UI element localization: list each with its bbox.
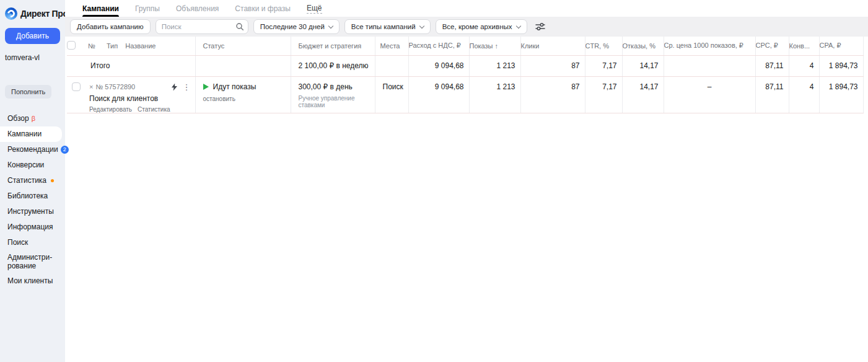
sidebar-item-campaigns[interactable]: Кампании bbox=[0, 126, 62, 142]
date-range-dropdown[interactable]: Последние 30 дней bbox=[253, 19, 340, 34]
sidebar-item-label: Конверсии bbox=[7, 161, 44, 169]
campaign-impressions: 1 213 bbox=[469, 76, 520, 113]
edit-link[interactable]: Редактировать bbox=[89, 106, 132, 113]
campaign-cpc: 87,11 bbox=[755, 76, 789, 113]
totals-cpc: 87,11 bbox=[755, 55, 789, 76]
col-status[interactable]: Статус bbox=[195, 37, 291, 55]
campaign-budget: 300,00 ₽ в день bbox=[299, 82, 375, 91]
sidebar-item-label: Обзор bbox=[7, 114, 29, 123]
campaign-type-icon: × bbox=[89, 83, 93, 90]
sidebar-item-label: Кампании bbox=[7, 130, 42, 138]
campaign-ctr: 7,17 bbox=[585, 76, 622, 113]
col-cpc[interactable]: CPC, ₽ bbox=[755, 37, 789, 55]
tab-groups[interactable]: Группы bbox=[135, 0, 160, 17]
statistics-link[interactable]: Статистика bbox=[138, 106, 170, 113]
col-spend[interactable]: Расход с НДС, ₽ bbox=[408, 37, 469, 55]
sidebar: Директ Про Добавить tomvera-vl Пополнить… bbox=[0, 0, 65, 362]
col-cpa[interactable]: CPA, ₽ bbox=[819, 37, 863, 55]
toolbar: Добавить кампанию Последние 30 дней Все … bbox=[65, 17, 868, 37]
top-tabs: Кампании Группы Объявления Ставки и фраз… bbox=[65, 0, 868, 17]
col-conversions[interactable]: Конв... bbox=[789, 37, 819, 55]
topup-button[interactable]: Пополнить bbox=[5, 85, 51, 99]
tab-more[interactable]: Ещё bbox=[307, 0, 322, 17]
row-menu-icon[interactable]: ⋮ bbox=[181, 82, 193, 92]
totals-row: Итого 2 100,00 ₽ в неделю 9 094,68 1 213… bbox=[67, 55, 863, 76]
sidebar-item-search[interactable]: Поиск bbox=[0, 235, 65, 250]
campaign-places: Поиск bbox=[375, 76, 408, 113]
sidebar-item-overview[interactable]: Обзор β bbox=[0, 111, 65, 126]
campaign-bounce: 14,17 bbox=[622, 76, 664, 113]
sidebar-item-library[interactable]: Библиотека bbox=[0, 188, 65, 204]
recommendations-count-badge: 2 bbox=[61, 146, 69, 154]
chevron-down-icon bbox=[328, 23, 333, 28]
col-bounce[interactable]: Отказы, % bbox=[622, 37, 664, 55]
tab-campaigns[interactable]: Кампании bbox=[82, 0, 119, 17]
sidebar-item-recommendations[interactable]: Рекомендации 2 bbox=[0, 142, 65, 157]
totals-impressions: 1 213 bbox=[469, 55, 520, 76]
campaign-spend: 9 094,68 bbox=[408, 76, 469, 113]
sidebar-item-tools[interactable]: Инструменты bbox=[0, 204, 65, 219]
archive-filter-dropdown[interactable]: Все, кроме архивных bbox=[436, 19, 527, 34]
campaign-name-link[interactable]: Поиск для клиентов bbox=[85, 92, 195, 103]
status-running-icon bbox=[203, 84, 209, 90]
row-checkbox[interactable] bbox=[72, 82, 81, 91]
totals-budget: 2 100,00 ₽ в неделю bbox=[291, 55, 375, 76]
sidebar-item-my-clients[interactable]: Мои клиенты bbox=[0, 273, 65, 289]
search-input[interactable] bbox=[162, 23, 232, 30]
table-header-row: № Тип Название Статус Бюджет и стратегия… bbox=[67, 37, 863, 55]
search-icon bbox=[235, 22, 244, 31]
stop-link[interactable]: остановить bbox=[203, 95, 291, 102]
app-window: Директ Про Добавить tomvera-vl Пополнить… bbox=[0, 0, 868, 362]
sidebar-item-label: Статистика bbox=[7, 176, 46, 185]
campaign-type-filter-dropdown[interactable]: Все типы кампаний bbox=[344, 19, 431, 34]
col-number[interactable]: № bbox=[88, 42, 95, 50]
sidebar-item-administration[interactable]: Администри-рование bbox=[0, 250, 65, 273]
logo[interactable]: Директ Про bbox=[0, 6, 65, 20]
sidebar-item-label: Рекомендации bbox=[7, 145, 58, 154]
col-name[interactable]: Название bbox=[125, 42, 156, 50]
campaign-cpm: – bbox=[664, 76, 755, 113]
campaign-clicks: 87 bbox=[520, 76, 585, 113]
chevron-down-icon bbox=[419, 23, 424, 28]
campaigns-table: № Тип Название Статус Бюджет и стратегия… bbox=[67, 37, 864, 113]
totals-cpm bbox=[664, 55, 755, 76]
col-budget-strategy[interactable]: Бюджет и стратегия bbox=[291, 37, 375, 55]
sort-asc-icon: ↑ bbox=[495, 42, 499, 50]
tab-bids-phrases[interactable]: Ставки и фразы bbox=[235, 0, 291, 17]
add-campaign-button[interactable]: Добавить кампанию bbox=[70, 19, 151, 34]
col-impressions[interactable]: Показы↑ bbox=[469, 37, 520, 55]
campaign-cpa: 1 894,73 bbox=[819, 76, 863, 113]
logo-text: Директ Про bbox=[20, 9, 68, 19]
add-button[interactable]: Добавить bbox=[5, 28, 60, 44]
sidebar-item-label: Поиск bbox=[7, 238, 28, 247]
filters-icon[interactable] bbox=[532, 20, 548, 33]
col-places[interactable]: Места bbox=[375, 37, 408, 55]
totals-spend: 9 094,68 bbox=[408, 55, 469, 76]
sidebar-item-statistics[interactable]: Статистика bbox=[0, 173, 65, 188]
boost-icon[interactable] bbox=[170, 83, 178, 91]
notification-dot bbox=[51, 179, 54, 182]
totals-conversions: 4 bbox=[789, 55, 819, 76]
totals-cpa: 1 894,73 bbox=[819, 55, 863, 76]
totals-ctr: 7,17 bbox=[585, 55, 622, 76]
strategy-link[interactable]: Ручное управление ставками bbox=[299, 95, 375, 108]
totals-clicks: 87 bbox=[520, 55, 585, 76]
col-cpm[interactable]: Ср. цена 1000 показов, ₽ bbox=[664, 37, 755, 55]
sidebar-item-conversions[interactable]: Конверсии bbox=[0, 157, 65, 173]
main-area: Кампании Группы Объявления Ставки и фраз… bbox=[65, 0, 868, 362]
col-type[interactable]: Тип bbox=[107, 42, 118, 50]
direct-pro-logo-icon bbox=[5, 7, 17, 20]
username[interactable]: tomvera-vl bbox=[0, 44, 65, 62]
search-box[interactable] bbox=[156, 19, 248, 34]
select-all-checkbox[interactable] bbox=[67, 41, 76, 50]
sidebar-item-information[interactable]: Информация bbox=[0, 219, 65, 235]
col-clicks[interactable]: Клики bbox=[520, 37, 585, 55]
sidebar-menu: Обзор β Кампании Рекомендации 2 Конверси… bbox=[0, 111, 65, 289]
tab-ads[interactable]: Объявления bbox=[176, 0, 219, 17]
campaign-id: № 57572890 bbox=[95, 83, 135, 90]
sidebar-item-label: Информация bbox=[7, 223, 53, 231]
sidebar-item-label: Мои клиенты bbox=[7, 276, 53, 285]
status-text: Идут показы bbox=[213, 82, 256, 91]
col-ctr[interactable]: CTR, % bbox=[585, 37, 622, 55]
chevron-down-icon bbox=[515, 23, 520, 28]
